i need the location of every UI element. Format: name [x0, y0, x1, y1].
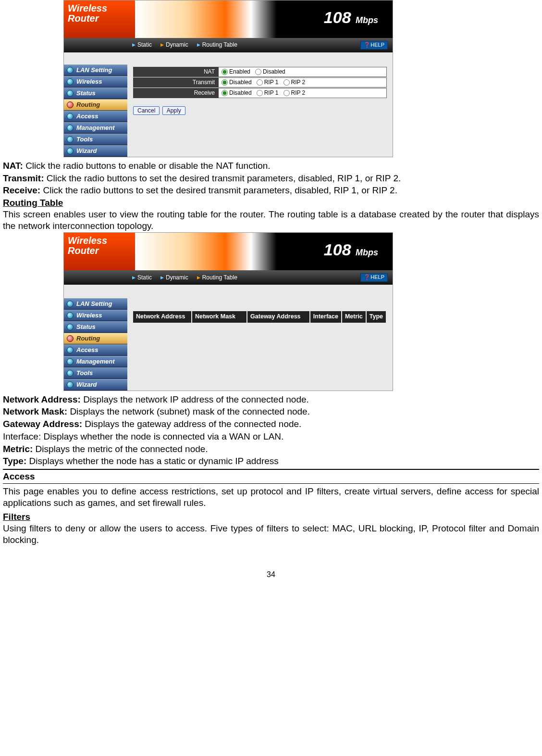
col-network-mask: Network Mask [192, 311, 247, 323]
nat-disabled-option[interactable]: Disabled [255, 68, 285, 76]
sidebar-item-management[interactable]: Management [64, 356, 127, 367]
tab-dynamic[interactable]: Dynamic [160, 274, 188, 281]
sidebar-item-routing[interactable]: Routing [64, 99, 127, 111]
sidebar-item-management[interactable]: Management [64, 122, 127, 134]
col-metric: Metric [342, 311, 367, 323]
rx-rip2-radio[interactable] [283, 90, 290, 96]
access-heading: Access [3, 471, 539, 482]
router-screenshot-routing-table: Wireless Router 108 Mbps Static Dynamic … [63, 232, 393, 391]
tab-routing-table[interactable]: Routing Table [197, 274, 237, 281]
receive-options: Disabled RIP 1 RIP 2 [219, 88, 387, 98]
tx-rip2-option[interactable]: RIP 2 [283, 79, 306, 86]
routing-table-heading: Routing Table [3, 197, 539, 209]
sidebar-item-routing[interactable]: Routing [64, 333, 127, 344]
sidebar-item-wireless[interactable]: Wireless [64, 310, 127, 321]
divider [3, 483, 539, 484]
tx-rip1-radio[interactable] [257, 79, 263, 86]
rx-rip2-option[interactable]: RIP 2 [283, 89, 306, 97]
transmit-label: Transmit [133, 77, 219, 88]
bullet-icon [67, 370, 74, 377]
tx-disabled-option[interactable]: Disabled [222, 79, 252, 86]
routing-table-para: This screen enables user to view the rou… [3, 209, 539, 232]
button-row: Cancel Apply [133, 104, 387, 115]
tab-bar: Static Dynamic Routing Table ❓HELP [64, 270, 393, 285]
rx-disabled-option[interactable]: Disabled [222, 89, 252, 97]
sidebar-item-wizard[interactable]: Wizard [64, 379, 127, 391]
sidebar-item-tools[interactable]: Tools [64, 134, 127, 145]
bullet-icon [67, 67, 74, 74]
logo-line1: Wireless [68, 236, 131, 246]
transmit-options: Disabled RIP 1 RIP 2 [219, 77, 387, 88]
nat-enabled-radio[interactable] [222, 69, 228, 75]
config-panel: NAT Enabled Disabled Transmit Disabled R… [127, 52, 393, 149]
nat-disabled-radio[interactable] [255, 69, 261, 75]
cancel-button[interactable]: Cancel [133, 106, 160, 115]
sidebar-item-access[interactable]: Access [64, 111, 127, 122]
speed-number: 108 [324, 8, 351, 26]
type-desc: Type: Displays whether the node has a st… [3, 455, 539, 467]
tab-static[interactable]: Static [132, 41, 152, 49]
router-logo: Wireless Router [64, 233, 135, 270]
bullet-icon [67, 335, 74, 342]
bullet-icon [67, 358, 74, 365]
rx-rip1-option[interactable]: RIP 1 [257, 89, 279, 97]
tab-routing-table[interactable]: Routing Table [197, 41, 237, 49]
logo-line2: Router [68, 13, 131, 24]
logo-line2: Router [68, 246, 131, 256]
col-network-address: Network Address [133, 311, 192, 323]
tab-static[interactable]: Static [132, 274, 152, 281]
interface-desc: Interface: Displays whether the node is … [3, 431, 539, 442]
tx-rip1-option[interactable]: RIP 1 [257, 79, 279, 86]
tx-disabled-radio[interactable] [222, 79, 228, 86]
banner-speed: 108 Mbps [324, 7, 378, 28]
filters-heading: Filters [3, 511, 539, 523]
help-button[interactable]: ❓HELP [360, 273, 388, 282]
sidebar-item-wireless[interactable]: Wireless [64, 76, 127, 88]
nat-enabled-option[interactable]: Enabled [222, 68, 250, 76]
tx-rip2-radio[interactable] [283, 79, 290, 86]
sidebar-item-status[interactable]: Status [64, 321, 127, 333]
page-number: 34 [3, 570, 539, 580]
sidebar-item-lan[interactable]: LAN Setting [64, 64, 127, 76]
bullet-icon [67, 148, 74, 154]
routing-table-header: Network Address Network Mask Gateway Add… [133, 311, 387, 323]
sidebar-item-wizard[interactable]: Wizard [64, 145, 127, 157]
gateway-address-desc: Gateway Address: Displays the gateway ad… [3, 418, 539, 430]
bullet-icon [67, 324, 74, 330]
rx-rip1-radio[interactable] [257, 90, 263, 96]
bullet-icon [67, 301, 74, 307]
router-logo: Wireless Router [64, 0, 135, 38]
bullet-icon [67, 136, 74, 143]
logo-line1: Wireless [68, 3, 131, 13]
apply-button[interactable]: Apply [162, 106, 185, 115]
bullet-icon [67, 125, 74, 131]
col-interface: Interface [310, 311, 342, 323]
sidebar: LAN Setting Wireless Status Routing Acce… [64, 298, 127, 391]
sidebar-item-lan[interactable]: LAN Setting [64, 298, 127, 310]
router-screenshot-dynamic: Wireless Router 108 Mbps Static Dynamic … [63, 0, 393, 157]
receive-desc: Receive: Click the radio buttons to set … [3, 185, 539, 196]
sidebar-item-status[interactable]: Status [64, 88, 127, 99]
help-button[interactable]: ❓HELP [360, 41, 388, 50]
bullet-icon [67, 381, 74, 388]
nat-desc: NAT: Click the radio buttons to enable o… [3, 160, 539, 172]
banner: 108 Mbps [135, 0, 393, 38]
divider [3, 469, 539, 470]
sidebar-item-access[interactable]: Access [64, 344, 127, 356]
metric-desc: Metric: Displays the metric of the conne… [3, 443, 539, 455]
tab-bar: Static Dynamic Routing Table ❓HELP [64, 38, 393, 52]
tab-dynamic[interactable]: Dynamic [160, 41, 188, 49]
bullet-icon [67, 90, 74, 97]
banner-speed: 108 Mbps [324, 239, 378, 260]
bullet-icon [67, 78, 74, 85]
bullet-icon [67, 347, 74, 353]
sidebar: LAN Setting Wireless Status Routing Acce… [64, 64, 127, 157]
routing-table-panel: Network Address Network Mask Gateway Add… [127, 285, 393, 382]
rx-disabled-radio[interactable] [222, 90, 228, 96]
network-mask-desc: Network Mask: Displays the network (subn… [3, 406, 539, 417]
access-para: This page enables you to define access r… [3, 486, 539, 509]
sidebar-item-tools[interactable]: Tools [64, 367, 127, 379]
transmit-desc: Transmit: Click the radio buttons to set… [3, 173, 539, 184]
speed-unit: Mbps [356, 248, 378, 257]
network-address-desc: Network Address: Displays the network IP… [3, 394, 539, 405]
